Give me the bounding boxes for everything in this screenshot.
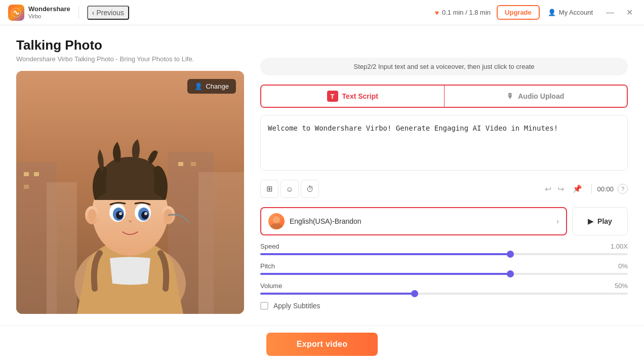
audio-upload-mic-icon: 🎙 <box>507 92 514 100</box>
logo-icon <box>8 5 24 21</box>
volume-label-row: Volume 50% <box>260 282 628 290</box>
upgrade-button[interactable]: Upgrade <box>497 5 540 20</box>
emoji-icon: ☺ <box>286 185 293 193</box>
back-chevron-icon: ‹ <box>92 9 95 17</box>
speed-label: Speed <box>260 243 279 250</box>
audio-upload-label: Audio Upload <box>518 92 564 100</box>
play-label: Play <box>597 217 612 225</box>
pitch-fill <box>260 273 510 275</box>
import-btn[interactable]: ⊞ <box>260 180 278 198</box>
timer-btn[interactable]: ⏱ <box>301 180 319 198</box>
my-account-label: My Account <box>559 9 593 16</box>
redo-button[interactable]: ↪ <box>555 182 566 196</box>
voice-row: English(USA)-Brandon › ▶ Play <box>260 207 628 235</box>
pitch-label: Pitch <box>260 262 275 270</box>
heart-icon: ♥ <box>435 9 439 17</box>
photo-container: 👤 Change <box>16 71 244 314</box>
svg-rect-5 <box>198 172 244 314</box>
volume-thumb[interactable] <box>411 290 418 297</box>
window-controls: — ✕ <box>603 7 636 18</box>
pitch-value: 0% <box>618 262 628 270</box>
page-subtitle: Wondershare Virbo Talking Photo - Bring … <box>16 55 244 63</box>
change-button[interactable]: 👤 Change <box>187 79 236 94</box>
export-button[interactable]: Export video <box>266 333 378 356</box>
svg-point-20 <box>119 212 122 215</box>
svg-point-27 <box>270 223 283 229</box>
app-logo: Wondershare Virbo <box>8 5 70 21</box>
pitch-thumb[interactable] <box>507 270 514 277</box>
main-content: Talking Photo Wondershare Virbo Talking … <box>0 25 644 363</box>
titlebar: Wondershare Virbo ‹ Previous ♥ 0.1 min /… <box>0 0 644 25</box>
voice-chevron-icon: › <box>556 217 559 225</box>
volume-track[interactable] <box>260 293 628 295</box>
logo-text: Wondershare Virbo <box>28 6 70 19</box>
left-panel: Talking Photo Wondershare Virbo Talking … <box>16 37 244 351</box>
speed-label-row: Speed 1.00X <box>260 243 628 250</box>
svg-point-18 <box>116 211 123 219</box>
svg-point-19 <box>141 211 148 219</box>
credits-display: ♥ 0.1 min / 1.8 min <box>435 9 491 17</box>
user-icon: 👤 <box>548 9 556 16</box>
minimize-button[interactable]: — <box>603 7 617 18</box>
svg-point-21 <box>144 212 147 215</box>
undo-button[interactable]: ↩ <box>543 182 553 196</box>
script-textarea[interactable]: Welcome to Wondershare Virbo! Generate E… <box>260 115 628 171</box>
pitch-slider-row: Pitch 0% <box>260 262 628 275</box>
my-account-button[interactable]: 👤 My Account <box>548 9 593 16</box>
credits-value: 0.1 min / 1.8 min <box>442 9 491 16</box>
speed-slider-row: Speed 1.00X <box>260 243 628 255</box>
change-icon: 👤 <box>194 83 203 90</box>
play-icon: ▶ <box>588 217 593 225</box>
speed-value: 1.00X <box>611 243 628 250</box>
svg-point-24 <box>88 209 96 221</box>
pitch-track[interactable] <box>260 273 628 275</box>
svg-rect-10 <box>191 162 196 166</box>
voice-name: English(USA)-Brandon <box>290 217 551 225</box>
pin-icon: 📌 <box>573 184 582 193</box>
character-illustration <box>16 71 244 314</box>
import-icon: ⊞ <box>266 184 273 193</box>
help-button[interactable]: ? <box>618 184 628 194</box>
subtitles-label: Apply Subtitles <box>273 302 320 310</box>
speed-thumb[interactable] <box>507 251 514 258</box>
tab-audio-upload[interactable]: 🎙 Audio Upload <box>445 86 627 107</box>
volume-value: 50% <box>615 282 628 290</box>
text-script-label: Text Script <box>342 92 378 100</box>
subtitles-checkbox[interactable] <box>260 302 268 310</box>
svg-rect-7 <box>34 172 39 176</box>
volume-label: Volume <box>260 282 282 290</box>
voice-avatar <box>268 213 285 229</box>
tabs-container: T Text Script 🎙 Audio Upload <box>260 85 628 108</box>
volume-fill <box>260 293 415 295</box>
svg-rect-3 <box>47 182 77 314</box>
page-title: Talking Photo <box>16 37 244 53</box>
export-bar: Export video <box>0 325 644 363</box>
voice-selector[interactable]: English(USA)-Brandon › <box>260 207 567 235</box>
text-script-icon: T <box>327 91 338 102</box>
svg-rect-9 <box>178 162 183 166</box>
svg-point-26 <box>273 216 280 223</box>
close-button[interactable]: ✕ <box>623 7 636 18</box>
svg-rect-8 <box>24 185 29 189</box>
brand-name: Wondershare <box>28 6 70 13</box>
time-display: 00:00 <box>597 185 614 193</box>
titlebar-divider <box>78 7 79 19</box>
tab-text-script[interactable]: T Text Script <box>261 86 444 107</box>
pin-btn[interactable]: 📌 <box>568 180 586 198</box>
product-name: Virbo <box>28 13 70 19</box>
emoji-btn[interactable]: ☺ <box>280 180 299 198</box>
back-button[interactable]: ‹ Previous <box>87 6 129 20</box>
toolbar-separator <box>591 184 592 194</box>
back-label: Previous <box>97 9 124 17</box>
speed-track[interactable] <box>260 253 628 255</box>
timer-icon: ⏱ <box>306 185 314 193</box>
pitch-label-row: Pitch 0% <box>260 262 628 270</box>
speed-fill <box>260 253 510 255</box>
step-hint: Step2/2 Input text and set a voiceover, … <box>260 58 628 75</box>
subtitles-row: Apply Subtitles <box>260 302 628 310</box>
play-button[interactable]: ▶ Play <box>572 207 628 235</box>
volume-slider-row: Volume 50% <box>260 282 628 295</box>
change-label: Change <box>206 83 229 90</box>
right-panel: Step2/2 Input text and set a voiceover, … <box>260 37 628 351</box>
svg-rect-6 <box>24 172 29 176</box>
